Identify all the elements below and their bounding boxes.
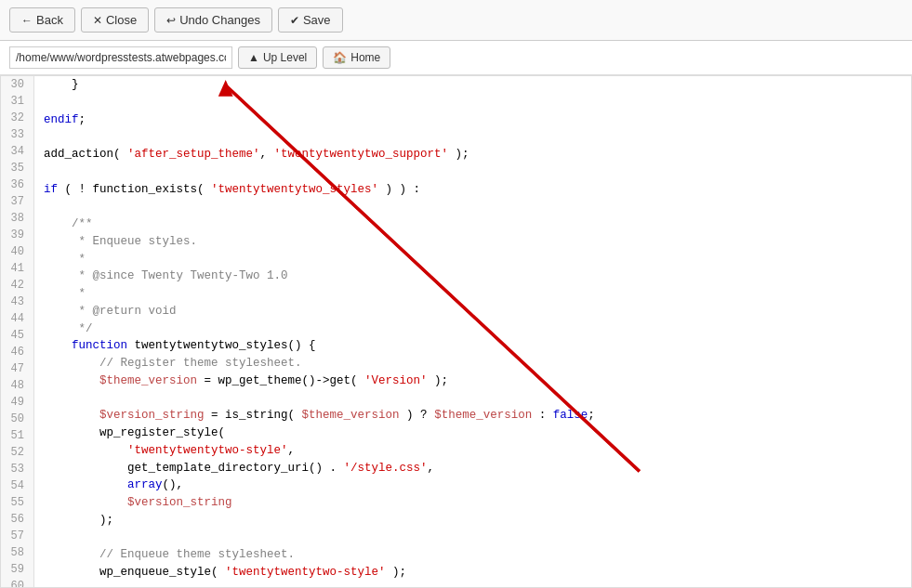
save-button[interactable]: ✔ Save — [278, 7, 343, 33]
code-editor[interactable]: 3031323334353637383940414243444546474849… — [0, 75, 912, 588]
code-line: // Enqueue theme stylesheet. — [44, 546, 902, 564]
up-level-icon: ▲ — [248, 51, 259, 64]
code-line: // Register theme stylesheet. — [44, 355, 902, 372]
code-line: * @return void — [44, 303, 902, 320]
code-line: * Enqueue styles. — [44, 233, 902, 251]
code-line: add_action( 'after_setup_theme', 'twenty… — [44, 146, 902, 163]
code-line: * — [44, 285, 902, 303]
up-level-label: Up Level — [263, 51, 307, 64]
code-line: array(), — [44, 477, 902, 494]
code-line: */ — [44, 320, 902, 338]
code-line — [44, 163, 902, 181]
code-line — [44, 128, 902, 146]
code-line: $theme_version = wp_get_theme()->get( 'V… — [44, 372, 902, 390]
undo-button[interactable]: ↩ Undo Changes — [154, 7, 272, 33]
code-line: $version_string = is_string( $theme_vers… — [44, 407, 902, 425]
code-line: $version_string — [44, 494, 902, 512]
code-line: endif; — [44, 111, 902, 129]
code-line: * @since Twenty Twenty-Two 1.0 — [44, 268, 902, 285]
code-line: 'twentytwentytwo-style', — [44, 442, 902, 460]
code-line — [44, 581, 902, 588]
code-line — [44, 94, 902, 111]
undo-label: Undo Changes — [179, 13, 260, 27]
code-line: if ( ! function_exists( 'twentytwentytwo… — [44, 181, 902, 199]
code-line: wp_register_style( — [44, 425, 902, 442]
code-line: * — [44, 251, 902, 268]
code-line — [44, 390, 902, 408]
code-line: /** — [44, 216, 902, 233]
line-numbers: 3031323334353637383940414243444546474849… — [1, 76, 34, 587]
code-line — [44, 529, 902, 547]
code-content[interactable]: } endif; add_action( 'after_setup_theme'… — [34, 76, 911, 587]
path-bar: ▲ Up Level 🏠 Home — [0, 41, 912, 75]
close-button[interactable]: ✕ Close — [81, 7, 149, 33]
home-button[interactable]: 🏠 Home — [323, 46, 390, 69]
code-line: } — [44, 76, 902, 94]
undo-icon: ↩ — [166, 14, 176, 27]
code-line: function twentytwentytwo_styles() { — [44, 337, 902, 355]
back-icon: ← — [21, 14, 33, 27]
code-line: get_template_directory_uri() . '/style.c… — [44, 460, 902, 477]
code-line: wp_enqueue_style( 'twentytwentytwo-style… — [44, 564, 902, 581]
up-level-button[interactable]: ▲ Up Level — [238, 46, 317, 69]
home-icon: 🏠 — [333, 51, 347, 64]
save-label: Save — [303, 13, 331, 27]
path-input[interactable] — [9, 46, 232, 69]
code-line — [44, 198, 902, 216]
save-icon: ✔ — [290, 14, 299, 27]
home-label: Home — [350, 51, 380, 64]
page-wrapper: ← Back ✕ Close ↩ Undo Changes ✔ Save ▲ U… — [0, 0, 912, 588]
close-icon: ✕ — [93, 14, 102, 27]
back-label: Back — [36, 13, 63, 27]
toolbar: ← Back ✕ Close ↩ Undo Changes ✔ Save — [0, 0, 912, 41]
close-label: Close — [106, 13, 137, 27]
back-button[interactable]: ← Back — [9, 7, 75, 33]
code-line: ); — [44, 512, 902, 529]
